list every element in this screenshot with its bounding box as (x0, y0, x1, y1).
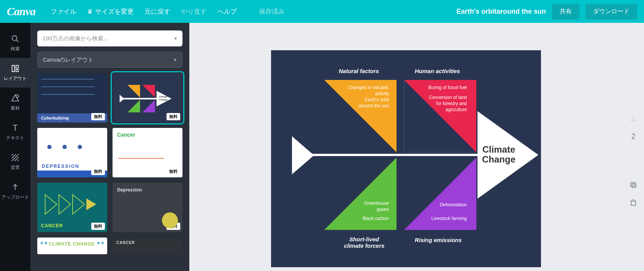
template-cancer-white[interactable]: Cancer 無料 (113, 128, 182, 177)
template-cancer-teal[interactable]: CANCER 無料 (37, 183, 107, 232)
canvas-area[interactable]: Natural factors Human activities Short-l… (189, 23, 623, 271)
free-badge: 無料 (91, 168, 105, 175)
svg-point-27 (633, 120, 634, 121)
label-rising-emissions[interactable]: Rising emissions (415, 237, 462, 243)
label-short-lived[interactable]: Short-lived climate forcers (339, 236, 389, 249)
template-climate-fishbone[interactable]: Climate Change 無料 (113, 73, 182, 123)
page-number[interactable]: 2 (629, 132, 638, 141)
menu-saved: 保存済み (259, 7, 285, 16)
templates-panel: 100万点の画像から検索... ▾ Canvaのレイアウト ▾ Cyberbul… (30, 23, 189, 271)
top-menu: ファイル ♛サイズを変更 元に戻す やり直す ヘルプ 保存済み (51, 7, 285, 16)
chevron-down-icon: ▾ (174, 35, 177, 42)
search-input[interactable]: 100万点の画像から検索... ▾ (37, 30, 182, 46)
svg-marker-5 (12, 94, 19, 101)
label-natural-factors[interactable]: Natural factors (339, 68, 379, 74)
triangle-red[interactable] (404, 80, 476, 152)
svg-marker-15 (127, 100, 140, 112)
text-volcanic[interactable]: Changes in volcanic activity (338, 84, 389, 97)
template-cyberbullying[interactable]: Cyberbullying 無料 (37, 73, 107, 123)
label-human-activities[interactable]: Human activities (415, 68, 460, 74)
rail-text[interactable]: T テキスト (0, 117, 30, 147)
layout-select[interactable]: Canvaのレイアウト ▾ (37, 52, 182, 68)
chevron-down-icon: ▾ (174, 56, 177, 63)
template-title: DEPRESSION (42, 164, 79, 169)
rail-upload-label: アップロード (2, 194, 29, 201)
side-rail: 検索 レイアウト 素材 T テキスト 背景 アップロード (0, 23, 30, 271)
template-subtitle: Depression (157, 221, 174, 225)
rail-text-label: テキスト (6, 135, 24, 141)
rail-background-label: 背景 (11, 164, 20, 171)
menu-help[interactable]: ヘルプ (217, 7, 237, 16)
free-badge: 無料 (167, 168, 180, 175)
template-title: Depression (117, 187, 142, 193)
trash-icon[interactable] (629, 198, 638, 207)
svg-point-30 (634, 118, 635, 119)
svg-rect-32 (632, 184, 636, 188)
rail-search[interactable]: 検索 (0, 28, 30, 58)
rail-search-label: 検索 (11, 46, 20, 52)
svg-rect-4 (16, 69, 18, 72)
menu-resize[interactable]: ♛サイズを変更 (87, 7, 134, 16)
rail-upload[interactable]: アップロード (0, 177, 30, 206)
svg-text:Change: Change (159, 98, 168, 101)
layout-icon (11, 64, 20, 73)
canva-logo[interactable]: Canva (7, 5, 35, 18)
svg-marker-22 (45, 194, 57, 214)
text-land[interactable]: Conversion of land for forestry and agri… (426, 94, 467, 113)
template-cancer-dark[interactable]: CANCER (113, 238, 182, 254)
text-carbon[interactable]: Black carbon (358, 215, 389, 222)
rail-elements[interactable]: 素材 (0, 88, 30, 117)
text-fossil[interactable]: Buring of fossil fuel (423, 84, 467, 91)
top-bar: Canva ファイル ♛サイズを変更 元に戻す やり直す ヘルプ 保存済み Ea… (0, 0, 644, 23)
svg-rect-17 (122, 98, 160, 99)
crown-icon: ♛ (87, 8, 93, 15)
free-badge: 無料 (167, 223, 180, 230)
svg-marker-13 (127, 85, 140, 97)
svg-line-1 (16, 40, 19, 42)
svg-rect-34 (631, 201, 636, 206)
menu-file[interactable]: ファイル (51, 7, 76, 16)
svg-rect-3 (16, 65, 18, 68)
svg-point-29 (632, 118, 633, 119)
template-depression-dark[interactable]: Depression Depression 無料 (113, 183, 182, 232)
right-toolbar: 2 (623, 23, 644, 271)
design-canvas[interactable]: Natural factors Human activities Short-l… (271, 50, 541, 267)
svg-marker-25 (86, 198, 96, 210)
menu-undo[interactable]: 元に戻す (144, 7, 170, 16)
template-title: CANCER (116, 241, 135, 245)
text-orbit[interactable]: Earth's orbit around the sun (353, 97, 389, 109)
share-button[interactable]: 共有 (552, 4, 579, 19)
template-climate-change-white[interactable]: CLIMATE CHANGE (37, 238, 107, 254)
svg-marker-14 (143, 85, 155, 97)
free-badge: 無料 (167, 113, 180, 120)
search-icon (11, 34, 20, 43)
arrow-line[interactable] (306, 154, 489, 156)
rail-layout[interactable]: レイアウト (0, 58, 30, 88)
svg-marker-23 (59, 194, 71, 214)
climate-change-text[interactable]: ClimateChange (482, 145, 516, 165)
svg-rect-2 (12, 65, 14, 72)
template-title: CLIMATE CHANGE (49, 241, 95, 247)
svg-marker-19 (120, 95, 124, 103)
svg-point-26 (631, 120, 632, 121)
search-placeholder: 100万点の画像から検索... (43, 35, 108, 42)
menu-redo[interactable]: やり直す (181, 7, 207, 16)
template-title: CANCER (41, 223, 63, 228)
rail-elements-label: 素材 (11, 105, 20, 112)
elements-icon (11, 94, 20, 103)
download-button[interactable]: ダウンロード (585, 4, 637, 19)
document-title[interactable]: Earth's orbitaround the sun (457, 8, 546, 16)
free-badge: 無料 (91, 223, 105, 230)
background-icon (11, 153, 20, 162)
copy-icon[interactable] (629, 180, 638, 190)
rail-background[interactable]: 背景 (0, 147, 30, 177)
template-depression[interactable]: DEPRESSION 無料 (37, 128, 107, 177)
svg-point-28 (634, 120, 636, 121)
text-deforestation[interactable]: Deforestation (435, 202, 467, 208)
transparency-icon[interactable] (629, 114, 638, 123)
text-livestock[interactable]: Livestock farming (431, 215, 467, 222)
layout-select-label: Canvaのレイアウト (43, 56, 94, 64)
text-greenhouse[interactable]: Greenhouse gases (358, 200, 389, 212)
svg-point-0 (12, 35, 17, 40)
svg-line-10 (12, 154, 13, 155)
